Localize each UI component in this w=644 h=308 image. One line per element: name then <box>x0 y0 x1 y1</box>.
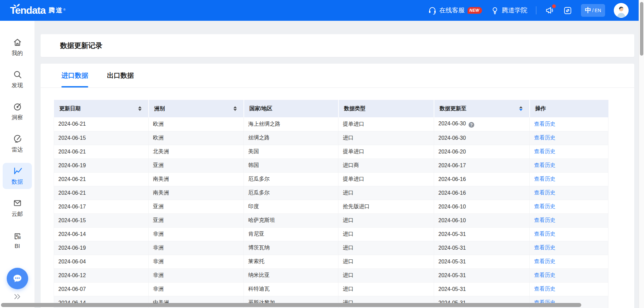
academy-link[interactable]: 腾道学院 <box>491 6 527 15</box>
sidebar-item-bi[interactable]: BI BI <box>3 227 32 253</box>
sidebar-item-insight[interactable]: 洞察 <box>3 99 32 125</box>
table-row: 2024-06-19 亚洲 韩国 进口商 2024-06-17 查看历史 <box>54 159 608 172</box>
home-icon <box>13 38 22 47</box>
sidebar-expand-button[interactable] <box>13 293 21 300</box>
view-history-link[interactable]: 查看历史 <box>534 135 555 140</box>
cell-action: 查看历史 <box>530 186 608 200</box>
question-icon[interactable]: ? <box>469 122 474 128</box>
announcements-button[interactable] <box>545 6 554 15</box>
cell-continent: 非洲 <box>149 227 244 241</box>
cell-continent: 欧洲 <box>149 117 244 131</box>
sort-carets-icon[interactable] <box>519 106 523 111</box>
bi-icon: BI <box>13 231 22 241</box>
sidebar-item-radar[interactable]: 雷达 <box>3 131 32 157</box>
table-row: 2024-06-14 非洲 肯尼亚 进口 2024-05-31 查看历史 <box>54 227 608 241</box>
cell-data-type: 进口 <box>338 213 434 227</box>
view-history-link[interactable]: 查看历史 <box>534 121 555 127</box>
table-row: 2024-06-17 亚洲 印度 抢先版进口 2024-06-10 查看历史 <box>54 200 608 213</box>
language-toggle[interactable]: 中 / EN <box>581 4 605 17</box>
cell-data-type: 进口 <box>338 227 434 241</box>
cell-country: 博茨瓦纳 <box>244 241 338 255</box>
view-history-link[interactable]: 查看历史 <box>534 203 555 209</box>
cell-action: 查看历史 <box>530 117 608 131</box>
search-icon <box>13 70 22 79</box>
view-history-link[interactable]: 查看历史 <box>534 286 555 292</box>
view-history-link[interactable]: 查看历史 <box>534 245 555 250</box>
column-header-update-date[interactable]: 更新日期 <box>54 100 149 117</box>
table-row: 2024-06-19 非洲 博茨瓦纳 进口 2024-05-31 查看历史 <box>54 241 608 255</box>
vertical-scrollbar[interactable] <box>639 0 644 308</box>
horizontal-scrollbar[interactable] <box>0 303 639 308</box>
tendata-logo[interactable]: Tendata 腾道 ® <box>10 5 65 15</box>
view-history-link[interactable]: 查看历史 <box>534 217 555 223</box>
view-history-link[interactable]: 查看历史 <box>534 190 555 195</box>
cell-continent: 非洲 <box>149 241 244 255</box>
table-row: 2024-06-04 非洲 莱索托 进口 2024-05-31 查看历史 <box>54 255 608 268</box>
bulb-icon <box>491 6 499 15</box>
sidebar-item-discover[interactable]: 发现 <box>3 66 32 93</box>
academy-label: 腾道学院 <box>502 6 527 15</box>
cell-continent: 非洲 <box>149 268 244 282</box>
cell-country: 纳米比亚 <box>244 268 338 282</box>
tab-import-data[interactable]: 进口数据 <box>61 64 88 87</box>
table-row: 2024-06-21 欧洲 海上丝绸之路 提单进口 2024-06-30? 查看… <box>54 117 608 131</box>
cell-updated-to: 2024-06-10 <box>434 213 530 227</box>
chat-button[interactable] <box>7 268 28 289</box>
cell-updated-to: 2024-05-31 <box>434 255 530 268</box>
cell-action: 查看历史 <box>530 200 608 213</box>
cell-continent: 非洲 <box>149 282 244 296</box>
page-title: 数据更新记录 <box>60 41 102 50</box>
cell-update-date: 2024-06-04 <box>54 255 149 268</box>
sort-carets-icon[interactable] <box>233 106 237 111</box>
cell-updated-to: 2024-06-30? <box>434 117 530 131</box>
cell-update-date: 2024-06-21 <box>54 117 149 131</box>
notification-dot <box>552 4 556 8</box>
cell-action: 查看历史 <box>530 159 608 172</box>
cell-data-type: 提单进口 <box>338 172 434 186</box>
chart-icon <box>13 166 22 176</box>
vertical-scrollbar-thumb[interactable] <box>640 2 643 56</box>
sidebar-item-mail[interactable]: 云邮 <box>3 195 32 221</box>
headset-icon <box>428 6 437 15</box>
horizontal-scrollbar-thumb[interactable] <box>1 303 581 307</box>
avatar[interactable] <box>614 3 629 18</box>
sidebar-bottom <box>0 268 35 308</box>
view-history-link[interactable]: 查看历史 <box>534 272 555 278</box>
cell-country: 莱索托 <box>244 255 338 268</box>
app-page: Tendata 腾道 ® 在线客服 NEW 腾道学院 <box>0 0 639 308</box>
tab-export-data[interactable]: 出口数据 <box>107 64 134 87</box>
view-history-link[interactable]: 查看历史 <box>534 258 555 264</box>
view-history-link[interactable]: 查看历史 <box>534 148 555 154</box>
table-row: 2024-06-21 南美洲 厄瓜多尔 提单进口 2024-06-16 查看历史 <box>54 172 608 186</box>
cell-update-date: 2024-06-19 <box>54 241 149 255</box>
fullscreen-button[interactable] <box>563 6 572 15</box>
cell-data-type: 进口 <box>338 268 434 282</box>
cell-updated-to: 2024-05-31 <box>434 282 530 296</box>
cell-country: 丝绸之路 <box>244 131 338 145</box>
logo-cn-text: 腾道 <box>49 6 63 15</box>
cell-update-date: 2024-06-15 <box>54 131 149 145</box>
view-history-link[interactable]: 查看历史 <box>534 162 555 168</box>
top-header: Tendata 腾道 ® 在线客服 NEW 腾道学院 <box>0 0 639 21</box>
view-history-link[interactable]: 查看历史 <box>534 231 555 237</box>
leaf-icon <box>13 3 20 7</box>
online-service-link[interactable]: 在线客服 NEW <box>428 6 482 15</box>
sidebar-item-data[interactable]: 数据 <box>3 163 32 189</box>
cell-update-date: 2024-06-21 <box>54 145 149 159</box>
view-history-link[interactable]: 查看历史 <box>534 176 555 182</box>
column-header-updated-to[interactable]: 数据更新至 <box>434 100 530 117</box>
mail-icon <box>13 198 22 208</box>
column-header-data-type: 数据类型 <box>338 100 434 117</box>
cell-data-type: 提单进口 <box>338 145 434 159</box>
column-header-continent[interactable]: 洲别 <box>149 100 244 117</box>
sidebar-item-label: BI <box>14 243 20 250</box>
sidebar-item-home[interactable]: 我的 <box>3 34 32 60</box>
online-service-label: 在线客服 <box>439 6 465 15</box>
new-badge: NEW <box>468 7 482 14</box>
data-update-card: 进口数据 出口数据 更新日期 <box>41 64 634 308</box>
cell-update-date: 2024-06-17 <box>54 200 149 213</box>
cell-action: 查看历史 <box>530 172 608 186</box>
cell-country: 印度 <box>244 200 338 213</box>
sort-carets-icon[interactable] <box>138 106 142 111</box>
table-header-row: 更新日期 洲别 国家/地区 <box>54 100 608 117</box>
